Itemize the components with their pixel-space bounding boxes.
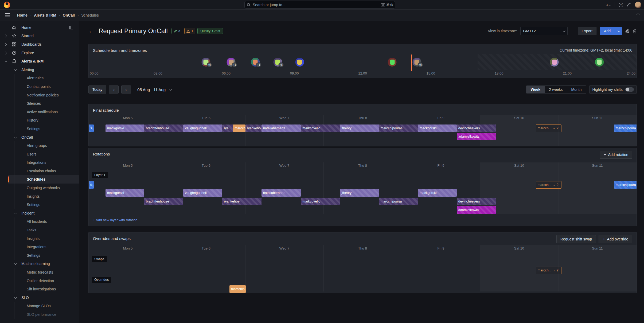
grafana-logo[interactable] bbox=[4, 2, 10, 8]
sidebar-item-contact-points[interactable]: Contact points bbox=[0, 82, 79, 91]
shift-bar[interactable]: mackgorski bbox=[106, 189, 144, 197]
sidebar-item-tasks[interactable]: Tasks bbox=[0, 226, 79, 234]
sidebar-item-notification-policies[interactable]: Notification policies bbox=[0, 91, 79, 99]
add-layer-link[interactable]: + Add new layer with rotation bbox=[93, 218, 138, 222]
shift-bar[interactable]: marcchip bbox=[229, 285, 246, 293]
shift-bar[interactable]: s bbox=[89, 181, 94, 189]
sidebar-item-oncall[interactable]: OnCall bbox=[0, 133, 79, 142]
shift-bar[interactable]: ryankeho bbox=[245, 124, 262, 132]
shift-bar[interactable]: jtheory bbox=[340, 189, 379, 197]
sidebar-item-outgoing-webhooks[interactable]: Outgoing webhooks bbox=[0, 184, 79, 192]
shift-swap-request[interactable]: marcch... → ? bbox=[536, 267, 561, 274]
shift-bar[interactable]: ryankehoe bbox=[222, 198, 261, 205]
team-member-avatar[interactable] bbox=[550, 58, 559, 67]
today-button[interactable]: Today bbox=[88, 85, 106, 94]
shift-bar[interactable]: rya bbox=[222, 124, 233, 132]
add-button[interactable]: Add bbox=[600, 27, 615, 35]
chevron-down-icon[interactable] bbox=[13, 262, 17, 266]
timezone-select[interactable]: GMT+2 bbox=[520, 27, 568, 35]
chevron-right-icon[interactable] bbox=[4, 42, 7, 46]
shift-bar[interactable]: bradrittenhouse bbox=[144, 198, 183, 205]
team-member-avatar[interactable]: +8 bbox=[273, 58, 282, 67]
add-menu-button[interactable]: + bbox=[606, 3, 611, 7]
user-avatar[interactable] bbox=[635, 2, 641, 8]
sidebar-item-settings[interactable]: Settings bbox=[0, 200, 79, 209]
shift-bar[interactable]: markcovello bbox=[301, 124, 340, 132]
shift-bar[interactable]: marcchipouras bbox=[379, 198, 418, 205]
shift-bar[interactable]: vaughngunnell bbox=[183, 124, 222, 132]
chevron-right-icon[interactable] bbox=[4, 34, 7, 38]
shift-swap-request[interactable]: marcch... → ? bbox=[536, 181, 561, 189]
sidebar-item-insights[interactable]: Insights bbox=[0, 192, 79, 201]
sidebar-item-settings[interactable]: Settings bbox=[0, 124, 79, 133]
breadcrumb-item-home[interactable]: Home bbox=[17, 13, 28, 17]
shift-bar[interactable]: vaughngunnell bbox=[183, 189, 222, 197]
sidebar-item-alert-rules[interactable]: Alert rules bbox=[0, 74, 79, 83]
shift-bar[interactable]: devincheevers bbox=[457, 124, 496, 132]
sidebar-item-all-incidents[interactable]: All Incidents bbox=[0, 217, 79, 226]
search-input[interactable]: Search or jump to... ⌘+k bbox=[244, 1, 395, 9]
sidebar-item-escalation-chains[interactable]: Escalation chains bbox=[0, 167, 79, 175]
sidebar-item-active-notifications[interactable]: Active notifications bbox=[0, 108, 79, 116]
chevron-up-icon[interactable] bbox=[637, 13, 640, 17]
shift-bar[interactable]: bradrittenhouse bbox=[144, 124, 183, 132]
shift-bar[interactable]: devincheevers bbox=[457, 198, 496, 205]
dock-panel-icon[interactable] bbox=[69, 26, 73, 29]
sidebar-item-explore[interactable]: Explore bbox=[0, 49, 79, 57]
shift-bar[interactable]: s bbox=[89, 124, 94, 132]
team-member-avatar[interactable]: +1 bbox=[251, 58, 260, 67]
shift-bar[interactable]: markcovello bbox=[301, 198, 340, 205]
sidebar-item-insights[interactable]: Insights bbox=[0, 234, 79, 243]
sidebar-item-slo[interactable]: SLO bbox=[0, 293, 79, 302]
warnings-badge[interactable]: 1 bbox=[184, 28, 195, 34]
team-member-avatar[interactable] bbox=[295, 58, 304, 67]
add-split-button[interactable]: Add bbox=[600, 27, 622, 35]
add-override-button[interactable]: +Add override bbox=[599, 235, 632, 243]
sidebar-item-alert-groups[interactable]: Alert groups bbox=[0, 141, 79, 150]
view-option-week[interactable]: Week bbox=[526, 86, 545, 93]
settings-gear-icon[interactable] bbox=[625, 29, 630, 33]
shift-bar[interactable]: marcchipoura bbox=[614, 124, 637, 132]
sidebar-item-metric-forecasts[interactable]: Metric forecasts bbox=[0, 268, 79, 277]
sidebar-item-machine-learning[interactable]: Machine learning bbox=[0, 260, 79, 268]
shift-bar[interactable]: marcchipoura bbox=[614, 181, 637, 189]
chevron-down-icon[interactable] bbox=[13, 135, 17, 139]
sidebar-item-integrations[interactable]: Integrations bbox=[0, 243, 79, 251]
add-dropdown-caret[interactable] bbox=[615, 27, 622, 35]
sidebar-item-home[interactable]: Home bbox=[0, 23, 79, 32]
next-week-button[interactable]: › bbox=[121, 85, 131, 94]
sidebar-item-users[interactable]: Users bbox=[0, 150, 79, 158]
linked-escalations-badge[interactable]: 3 bbox=[171, 28, 182, 34]
shift-bar[interactable]: mackgorski bbox=[106, 124, 144, 132]
sidebar-item-silences[interactable]: Silences bbox=[0, 99, 79, 108]
menu-toggle-icon[interactable] bbox=[5, 13, 10, 17]
back-arrow-icon[interactable]: ← bbox=[88, 28, 94, 34]
export-button[interactable]: Export bbox=[578, 27, 596, 35]
shift-bar[interactable]: marcchip bbox=[233, 124, 245, 132]
sidebar-item-integrations[interactable]: Integrations bbox=[0, 158, 79, 167]
chevron-down-icon[interactable] bbox=[169, 88, 172, 91]
request-shift-swap-button[interactable]: Request shift swap bbox=[556, 235, 596, 243]
sidebar-item-schedules[interactable]: Schedules bbox=[0, 175, 79, 184]
team-member-avatar[interactable]: +5 bbox=[201, 58, 210, 67]
sidebar-item-history[interactable]: History bbox=[0, 116, 79, 125]
shift-bar[interactable]: adamlefkowitz bbox=[457, 133, 496, 140]
chevron-right-icon[interactable] bbox=[4, 51, 7, 55]
breadcrumb-item-oncall[interactable]: OnCall bbox=[63, 13, 75, 17]
sidebar-item-settings[interactable]: Settings bbox=[0, 251, 79, 260]
sidebar-item-slo-performance[interactable]: SLO performance bbox=[0, 310, 79, 319]
sidebar-item-outlier-detection[interactable]: Outlier detection bbox=[0, 277, 79, 285]
breadcrumb-item-alerts-irm[interactable]: Alerts & IRM bbox=[34, 13, 56, 17]
chevron-down-icon[interactable] bbox=[13, 211, 17, 215]
chevron-down-icon[interactable] bbox=[13, 68, 17, 72]
sidebar-item-dashboards[interactable]: Dashboards bbox=[0, 40, 79, 49]
shift-bar[interactable]: jtheory bbox=[340, 124, 379, 132]
help-icon[interactable]: ? bbox=[619, 3, 623, 7]
team-member-avatar[interactable] bbox=[595, 58, 604, 67]
prev-week-button[interactable]: ‹ bbox=[109, 85, 119, 94]
sidebar-item-sift-investigations[interactable]: Sift investigations bbox=[0, 285, 79, 293]
date-range-label[interactable]: 05 Aug - 11 Aug bbox=[137, 87, 166, 92]
breadcrumb-item-schedules[interactable]: Schedules bbox=[81, 13, 99, 17]
shift-bar[interactable]: marcchipouras bbox=[379, 124, 418, 132]
team-member-avatar[interactable] bbox=[388, 58, 397, 67]
